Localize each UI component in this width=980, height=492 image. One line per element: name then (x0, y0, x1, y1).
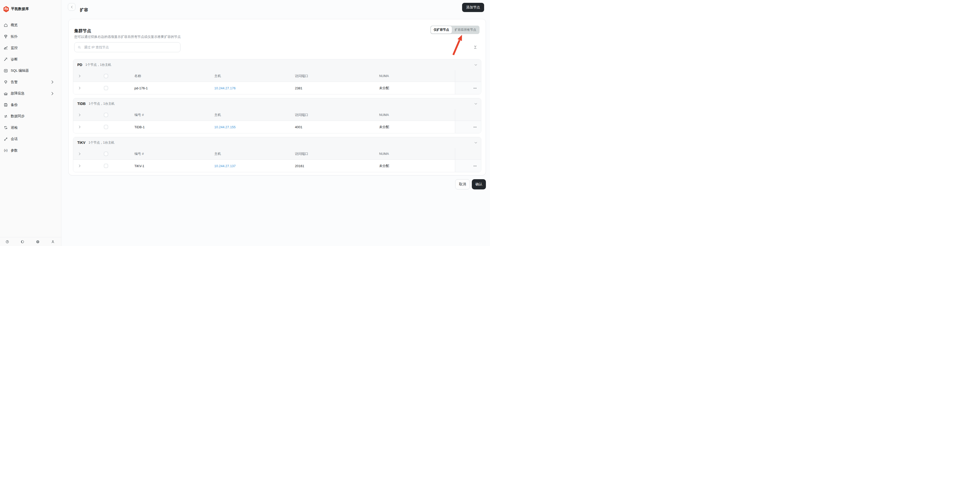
sidebar-item-diagnose[interactable]: 诊断 (0, 54, 61, 65)
node-section-tidb: TiDB 1个节点，1台主机 编号 # 主机 访问端口 NUMA TiDB-1 … (73, 98, 481, 133)
node-sections: PD 1个节点，1台主机 名称 主机 访问端口 NUMA pd-176-1 10… (73, 59, 481, 172)
cluster-nodes-card: 集群节点 您可以通过切换右边的选项显示扩容后所有节点或仅显示将要扩容的节点 仅扩… (68, 19, 486, 175)
column-header-numa: NUMA (371, 70, 455, 82)
session-icon (3, 137, 8, 141)
select-all-checkbox[interactable] (104, 113, 108, 117)
sidebar-item-label: 拓扑 (11, 34, 18, 39)
node-name: TiDB-1 (126, 121, 206, 133)
sidebar-item-label: 备份 (11, 103, 18, 107)
row-checkbox[interactable] (104, 125, 108, 129)
node-name: pd-176-1 (126, 82, 206, 94)
section-header: TiDB 1个节点，1台主机 (73, 98, 481, 109)
column-header-name: 编号 # (126, 148, 206, 159)
sidebar-item-monitor[interactable]: 监控 (0, 42, 61, 54)
home-icon (3, 23, 8, 27)
row-actions-more-icon[interactable] (472, 163, 478, 169)
sidebar-item-label: 会话 (11, 137, 18, 141)
expand-all-icon[interactable] (78, 152, 81, 156)
page-title: 扩容 (80, 8, 88, 13)
chevron-right-icon (50, 91, 54, 96)
topology-icon (3, 34, 8, 39)
sidebar-item-parameter[interactable]: (x) 参数 (0, 145, 61, 156)
column-header-numa: NUMA (371, 109, 455, 121)
brand: 平凯数据库 (0, 0, 61, 14)
row-expander-icon[interactable] (78, 125, 81, 129)
sidebar-item-sync[interactable]: 数据同步 (0, 111, 61, 122)
column-header-port: 访问端口 (286, 70, 371, 82)
table-row: pd-176-1 10.244.27.176 2381 未分配 (73, 82, 481, 94)
user-icon[interactable] (51, 240, 55, 244)
section-meta: 1个节点，1台主机 (89, 140, 115, 145)
section-header: TiKV 1个节点，1台主机 (73, 137, 481, 148)
sync-icon (3, 114, 8, 118)
actions-column-header (455, 109, 481, 121)
confirm-button[interactable]: 确认 (472, 179, 486, 189)
sidebar-item-sql-editor[interactable]: SQL 编辑器 (0, 65, 61, 76)
brand-name: 平凯数据库 (11, 6, 29, 11)
toggle-option-scale-only[interactable]: 仅扩容节点 (431, 26, 452, 33)
expand-all-icon[interactable] (78, 74, 81, 78)
section-title: TiKV (77, 140, 86, 145)
section-header: PD 1个节点，1台主机 (73, 59, 481, 70)
chevron-right-icon (50, 80, 54, 84)
table-header-row: 名称 主机 访问端口 NUMA (73, 70, 481, 82)
sql-editor-icon (3, 68, 8, 73)
parameter-icon: (x) (3, 148, 8, 152)
back-button[interactable] (68, 3, 76, 11)
toggle-option-all-after-scale[interactable]: 扩容后所有节点 (452, 26, 479, 33)
table-header-row: 编号 # 主机 访问端口 NUMA (73, 148, 481, 160)
sidebar-nav: 概览 拓扑 监控 诊断 SQL 编辑器 告警 故障应急 备份 数 (0, 19, 61, 156)
actions-column-header (455, 70, 481, 82)
host-ip-link[interactable]: 10.244.27.137 (214, 164, 235, 168)
alert-icon (3, 80, 8, 84)
column-header-name: 名称 (126, 70, 206, 82)
sidebar-item-backup[interactable]: 备份 (0, 99, 61, 111)
theme-icon[interactable] (21, 240, 24, 244)
row-actions-more-icon[interactable] (472, 85, 478, 91)
help-icon[interactable] (5, 240, 9, 244)
search-box (74, 42, 180, 52)
tidb-hexagon-logo-icon (3, 6, 9, 12)
sidebar-item-alert[interactable]: 告警 (0, 76, 61, 88)
cancel-button[interactable]: 取消 (455, 179, 470, 189)
chevron-down-icon[interactable] (474, 141, 477, 144)
sidebar-item-inspection[interactable]: 巡检 (0, 122, 61, 134)
column-header-numa: NUMA (371, 148, 455, 159)
column-header-name: 编号 # (126, 109, 206, 121)
collapse-vertical-icon[interactable] (473, 45, 477, 49)
node-port: 2381 (286, 82, 371, 94)
add-node-button[interactable]: 添加节点 (462, 3, 484, 12)
row-actions-more-icon[interactable] (472, 124, 478, 130)
select-all-checkbox[interactable] (104, 74, 108, 78)
sidebar-item-topology[interactable]: 拓扑 (0, 31, 61, 43)
chevron-down-icon[interactable] (474, 102, 477, 105)
section-title: PD (77, 63, 82, 67)
column-header-host: 主机 (206, 109, 286, 121)
host-ip-link[interactable]: 10.244.27.176 (214, 86, 235, 90)
search-input[interactable] (83, 45, 177, 49)
node-section-tikv: TiKV 1个节点，1台主机 编号 # 主机 访问端口 NUMA TiKV-1 … (73, 137, 481, 172)
row-expander-icon[interactable] (78, 164, 81, 168)
host-ip-link[interactable]: 10.244.27.155 (214, 125, 235, 129)
inspection-icon (3, 126, 8, 130)
sidebar-item-label: 数据同步 (11, 114, 25, 118)
row-checkbox[interactable] (104, 86, 108, 90)
backup-icon (3, 103, 8, 107)
chevron-left-icon (70, 5, 73, 9)
card-description: 您可以通过切换右边的选项显示扩容后所有节点或仅显示将要扩容的节点 (74, 35, 181, 39)
row-checkbox[interactable] (104, 164, 108, 168)
emergency-icon (3, 91, 8, 96)
row-expander-icon[interactable] (78, 86, 81, 90)
expand-all-icon[interactable] (78, 113, 81, 117)
chevron-down-icon[interactable] (474, 63, 477, 67)
column-header-port: 访问端口 (286, 109, 371, 121)
table-row: TiDB-1 10.244.27.155 4001 未分配 (73, 121, 481, 133)
node-port: 20161 (286, 160, 371, 172)
sidebar-item-emergency[interactable]: 故障应急 (0, 88, 61, 99)
select-all-checkbox[interactable] (104, 152, 108, 156)
sidebar-item-label: 监控 (11, 46, 18, 50)
sidebar-item-home[interactable]: 概览 (0, 19, 61, 31)
language-icon[interactable] (36, 240, 40, 244)
node-port: 4001 (286, 121, 371, 133)
sidebar-item-session[interactable]: 会话 (0, 133, 61, 145)
